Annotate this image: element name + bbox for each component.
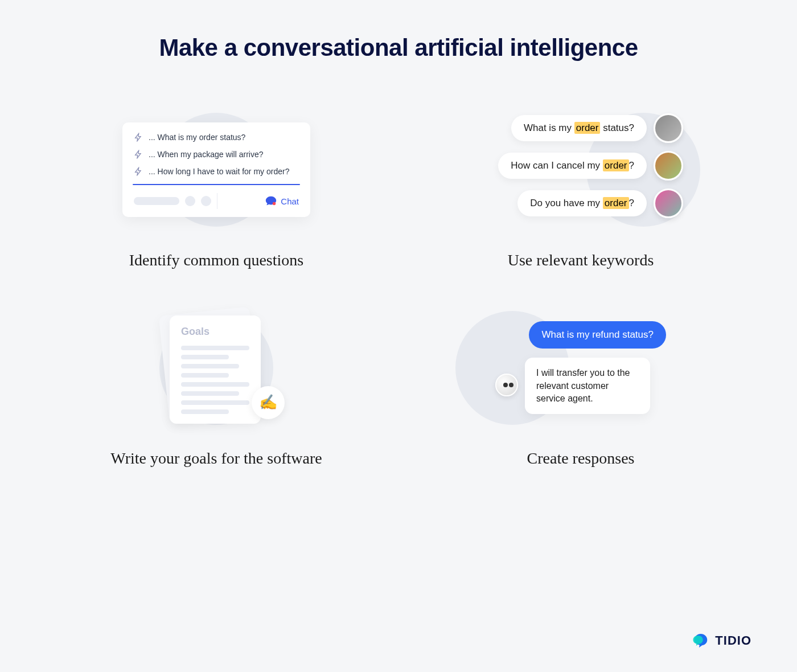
- bolt-icon: [134, 150, 143, 159]
- keyword-row: What is my order status?: [478, 113, 683, 143]
- placeholder-controls: [134, 193, 217, 209]
- card-caption: Identify common questions: [129, 249, 303, 271]
- avatar: [654, 189, 683, 218]
- page-title: Make a conversational artificial intelli…: [57, 34, 740, 62]
- placeholder-bar: [134, 197, 179, 205]
- card-caption: Create responses: [527, 448, 635, 469]
- chat-icon: [265, 195, 277, 207]
- avatar: [654, 113, 683, 143]
- user-message: What is my refund status?: [529, 321, 666, 349]
- keyword-row: How can I cancel my order?: [478, 151, 683, 181]
- brand-logo: TIDIO: [692, 632, 751, 649]
- keyword-highlight: order: [574, 122, 601, 134]
- svg-point-0: [273, 202, 276, 206]
- question-text: ... When my package will arrive?: [149, 150, 264, 159]
- tidio-icon: [692, 632, 709, 649]
- card-goals: Goals ✍️ Write your goals for the softwa…: [57, 305, 376, 469]
- question-text: ... What is my order status?: [149, 133, 245, 142]
- brand-text: TIDIO: [715, 633, 751, 648]
- goals-lines: [181, 346, 249, 414]
- question-text: ... How long I have to wait for my order…: [149, 167, 289, 176]
- bolt-icon: [134, 167, 143, 176]
- placeholder-dot: [201, 196, 211, 206]
- keyword-row: Do you have my order?: [478, 189, 683, 218]
- card-caption: Write your goals for the software: [110, 448, 322, 469]
- avatar: [654, 151, 683, 181]
- chat-label: Chat: [281, 196, 299, 206]
- card-keywords: What is my order status? How can I cance…: [421, 107, 740, 271]
- card-responses: What is my refund status? I will transfe…: [421, 305, 740, 469]
- question-row: ... How long I have to wait for my order…: [134, 167, 299, 176]
- writing-hand-icon: ✍️: [252, 386, 285, 419]
- separator: [217, 193, 217, 209]
- card-identify: ... What is my order status? ... When my…: [57, 107, 376, 271]
- keyword-bubble: How can I cancel my order?: [498, 153, 647, 179]
- card-caption: Use relevant keywords: [508, 249, 654, 271]
- question-row: ... What is my order status?: [134, 133, 299, 142]
- keyword-bubble: What is my order status?: [511, 115, 647, 141]
- keyword-highlight: order: [603, 159, 629, 171]
- bolt-icon: [134, 133, 143, 142]
- question-row: ... When my package will arrive?: [134, 150, 299, 159]
- goals-heading: Goals: [181, 326, 249, 338]
- keyword-highlight: order: [603, 197, 629, 209]
- bot-avatar-icon: [495, 374, 518, 396]
- bot-message: I will transfer you to the relevant cust…: [525, 358, 650, 414]
- card-footer: Chat: [134, 193, 299, 209]
- questions-card: ... What is my order status? ... When my…: [122, 122, 310, 217]
- keyword-bubble: Do you have my order?: [517, 190, 647, 216]
- placeholder-dot: [185, 196, 195, 206]
- paper-front: Goals: [170, 315, 261, 424]
- chat-button[interactable]: Chat: [265, 195, 299, 207]
- divider: [133, 184, 300, 185]
- cards-grid: ... What is my order status? ... When my…: [57, 107, 740, 469]
